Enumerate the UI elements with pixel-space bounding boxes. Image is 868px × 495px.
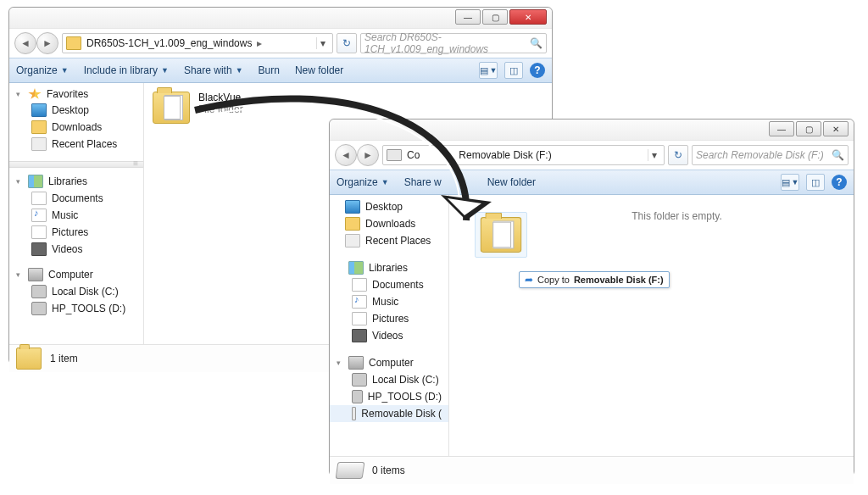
- close-button[interactable]: ✕: [509, 9, 547, 25]
- tree-music[interactable]: Music: [330, 293, 448, 310]
- drag-tip-action: Copy to: [537, 275, 570, 285]
- tree-local-disk-c[interactable]: Local Disk (C:): [9, 283, 143, 300]
- address-dropdown[interactable]: ▾: [316, 37, 329, 49]
- status-folder-icon: [16, 348, 42, 370]
- minimize-button[interactable]: —: [769, 121, 794, 136]
- tree-pictures[interactable]: Pictures: [9, 224, 143, 241]
- minimize-button[interactable]: —: [455, 9, 481, 25]
- pictures-icon: [352, 312, 367, 325]
- refresh-button[interactable]: ↻: [337, 33, 357, 53]
- search-placeholder: Search Removable Disk (F:): [696, 149, 824, 161]
- tree-libraries[interactable]: ▾Libraries: [9, 173, 143, 190]
- forward-button[interactable]: ►: [36, 32, 58, 54]
- new-folder-button[interactable]: New folder: [487, 176, 536, 188]
- back-button[interactable]: ◄: [14, 32, 36, 54]
- close-button[interactable]: ✕: [823, 121, 849, 136]
- status-bar: 0 items: [330, 456, 854, 484]
- tree-videos[interactable]: Videos: [330, 327, 448, 344]
- navigation-tree[interactable]: Desktop Downloads Recent Places Librarie…: [330, 195, 449, 456]
- include-library-menu[interactable]: Include in library▼: [84, 64, 169, 76]
- file-list-pane[interactable]: This folder is empty. ➦ Copy to Removabl…: [449, 195, 854, 456]
- tree-recent[interactable]: Recent Places: [330, 232, 448, 249]
- tree-computer[interactable]: ▾Computer: [330, 354, 448, 371]
- tree-local-disk-c[interactable]: Local Disk (C:): [330, 371, 448, 388]
- music-icon: [31, 209, 47, 222]
- preview-pane-button[interactable]: ◫: [806, 174, 825, 191]
- organize-menu[interactable]: Organize▼: [16, 64, 69, 76]
- nav-bar: ◄ ► DR650S-1CH_v1.009_eng_windows ▸ ▾ ↻ …: [9, 28, 552, 58]
- share-with-menu[interactable]: Share with▼: [184, 64, 243, 76]
- view-options-button[interactable]: ▤▼: [479, 62, 498, 79]
- maximize-button[interactable]: ▢: [482, 9, 508, 25]
- tree-recent[interactable]: Recent Places: [9, 136, 143, 153]
- new-folder-button[interactable]: New folder: [295, 64, 343, 76]
- titlebar[interactable]: — ▢ ✕: [330, 120, 854, 140]
- help-button[interactable]: ?: [832, 175, 847, 190]
- address-bar[interactable]: DR650S-1CH_v1.009_eng_windows ▸ ▾: [62, 33, 333, 53]
- back-button[interactable]: ◄: [335, 144, 357, 166]
- breadcrumb-folder[interactable]: Removable Disk (F:): [459, 149, 551, 161]
- chevron-right-icon: ▸: [257, 37, 262, 49]
- navigation-tree[interactable]: ▾Favorites Desktop Downloads Recent Plac…: [9, 83, 144, 344]
- status-drive-icon: [336, 462, 365, 479]
- tree-hp-tools-d[interactable]: HP_TOOLS (D:): [9, 300, 143, 317]
- forward-button[interactable]: ►: [357, 144, 379, 166]
- address-dropdown[interactable]: ▾: [648, 149, 660, 161]
- desktop-icon: [31, 103, 47, 117]
- tree-removable-disk-f[interactable]: Removable Disk (: [330, 405, 448, 422]
- item-name: BlackVue: [198, 92, 243, 103]
- drag-tip-target: Removable Disk (F:): [574, 275, 664, 285]
- organize-menu[interactable]: Organize▼: [337, 176, 389, 188]
- tree-libraries[interactable]: Libraries: [330, 259, 448, 276]
- help-button[interactable]: ?: [530, 63, 545, 78]
- preview-pane-button[interactable]: ◫: [504, 62, 523, 79]
- view-options-button[interactable]: ▤▼: [781, 174, 799, 191]
- status-text: 0 items: [372, 464, 405, 476]
- tree-music[interactable]: Music: [9, 207, 143, 224]
- tree-videos[interactable]: Videos: [9, 241, 143, 258]
- drive-icon: [387, 149, 402, 161]
- breadcrumb-folder[interactable]: DR650S-1CH_v1.009_eng_windows: [86, 37, 252, 49]
- tree-documents[interactable]: Documents: [9, 190, 143, 207]
- drag-tooltip: ➦ Copy to Removable Disk (F:): [519, 271, 670, 288]
- tree-documents[interactable]: Documents: [330, 276, 448, 293]
- maximize-button[interactable]: ▢: [796, 121, 821, 136]
- address-bar[interactable]: Co Removable Disk (F:) ▾: [382, 145, 665, 165]
- search-icon: 🔍: [832, 149, 844, 161]
- tree-downloads[interactable]: Downloads: [330, 215, 448, 232]
- tree-downloads[interactable]: Downloads: [9, 119, 143, 136]
- titlebar[interactable]: — ▢ ✕: [9, 8, 552, 28]
- drag-ghost-folder: [475, 212, 527, 258]
- libraries-icon: [28, 175, 43, 188]
- status-text: 1 item: [50, 353, 78, 364]
- music-icon: [352, 295, 367, 309]
- tree-computer[interactable]: ▾Computer: [9, 266, 143, 283]
- search-input[interactable]: Search Removable Disk (F:) 🔍: [692, 145, 849, 165]
- pictures-icon: [31, 225, 47, 239]
- disk-icon: [352, 390, 363, 403]
- empty-folder-message: This folder is empty.: [509, 210, 845, 222]
- tree-favorites[interactable]: ▾Favorites: [9, 86, 143, 102]
- tree-pictures[interactable]: Pictures: [330, 310, 448, 327]
- recent-icon: [345, 234, 360, 248]
- explorer-window-target: — ▢ ✕ ◄ ► Co Removable Disk (F:) ▾ ↻ Sea…: [329, 119, 854, 476]
- search-placeholder: Search DR650S-1CH_v1.009_eng_windows: [364, 31, 530, 55]
- command-toolbar: Organize▼ Share w New folder ▤▼ ◫ ?: [330, 170, 854, 195]
- disk-icon: [352, 373, 367, 387]
- desktop-icon: [345, 200, 360, 214]
- breadcrumb-prefix[interactable]: Co: [407, 149, 420, 161]
- burn-button[interactable]: Burn: [259, 64, 280, 76]
- tree-resizer[interactable]: [9, 161, 143, 168]
- star-icon: [28, 88, 42, 100]
- share-with-menu[interactable]: Share w: [404, 176, 442, 188]
- documents-icon: [31, 192, 47, 205]
- drive-icon: [352, 407, 356, 420]
- nav-bar: ◄ ► Co Removable Disk (F:) ▾ ↻ Search Re…: [330, 140, 854, 170]
- documents-icon: [352, 278, 367, 292]
- tree-desktop[interactable]: Desktop: [330, 198, 448, 215]
- tree-hp-tools-d[interactable]: HP_TOOLS (D:): [330, 388, 448, 405]
- tree-desktop[interactable]: Desktop: [9, 102, 143, 119]
- refresh-button[interactable]: ↻: [668, 145, 688, 165]
- folder-icon: [153, 92, 190, 124]
- search-input[interactable]: Search DR650S-1CH_v1.009_eng_windows 🔍: [360, 33, 547, 53]
